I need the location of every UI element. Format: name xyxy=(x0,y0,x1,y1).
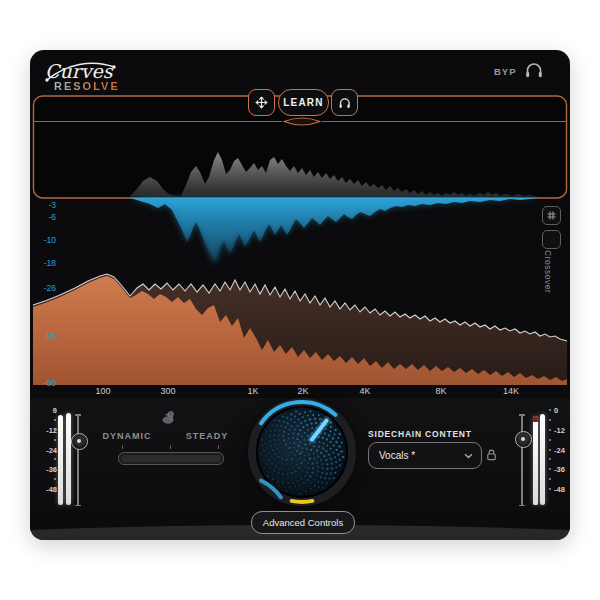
db-label: -10 xyxy=(36,235,56,245)
headphones-icon[interactable] xyxy=(524,61,544,79)
logo-swoosh-dot-right xyxy=(112,65,115,68)
learn-button[interactable]: LEARN xyxy=(278,89,329,116)
db-label: -3 xyxy=(36,200,56,210)
listen-button[interactable] xyxy=(331,89,358,116)
freq-label: 8K xyxy=(435,386,446,396)
logo-swoosh-dot-left xyxy=(45,78,48,81)
headphones-icon xyxy=(338,97,351,109)
freq-label: 14K xyxy=(503,386,519,396)
four-arrows-icon xyxy=(255,96,268,109)
advanced-controls-label: Advanced Controls xyxy=(263,517,343,528)
logo-script-text: Curves xyxy=(45,60,114,82)
grid-icon xyxy=(546,210,557,221)
db-label: -50 xyxy=(36,332,56,342)
blue-spectrum xyxy=(130,198,538,264)
resolve-amount-knob[interactable] xyxy=(242,392,362,512)
grid-view-button[interactable] xyxy=(542,206,561,225)
knob-yellow-arc xyxy=(292,501,313,502)
db-label: -18 xyxy=(36,258,56,268)
logo: Curves xyxy=(36,52,146,96)
advanced-controls-button[interactable]: Advanced Controls xyxy=(251,511,355,534)
crossover-label[interactable]: Crossover xyxy=(543,250,553,293)
freeze-button[interactable] xyxy=(248,89,275,116)
input-gain-slider-handle[interactable] xyxy=(71,433,88,450)
plugin-window: Curves RESOLVE BYP TILT> <FLTR LEARN -3 xyxy=(30,50,570,540)
freq-label: 300 xyxy=(160,386,175,396)
freq-label: 100 xyxy=(95,386,110,396)
db-label: -6 xyxy=(36,212,56,222)
square-view-button[interactable] xyxy=(542,230,561,249)
lock-icon[interactable] xyxy=(486,448,497,462)
duck-icon xyxy=(160,410,176,424)
db-label: -26 xyxy=(36,283,56,293)
learn-label: LEARN xyxy=(283,97,323,108)
db-label: -80 xyxy=(36,378,56,388)
output-gain-slider-handle[interactable] xyxy=(515,431,532,448)
